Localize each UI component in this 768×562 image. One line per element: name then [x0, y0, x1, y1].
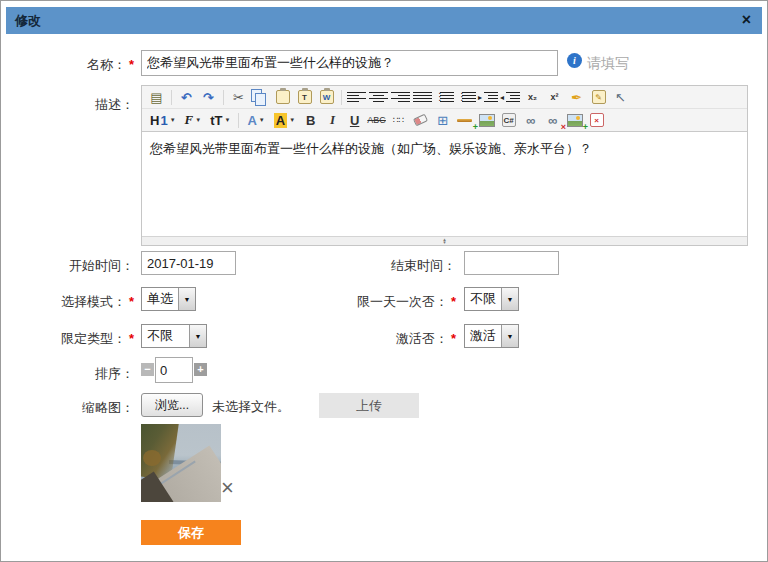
code-snippet-icon[interactable]: C#: [499, 110, 518, 130]
editor-resize-bar[interactable]: [142, 236, 747, 245]
chevron-down-icon: ▼: [195, 117, 201, 123]
name-hint: 请填写: [587, 55, 629, 73]
required-mark: *: [451, 294, 456, 309]
sort-label: 排序：: [1, 365, 134, 383]
outdent-icon[interactable]: [501, 87, 520, 107]
align-justify-icon[interactable]: [413, 87, 432, 107]
chevron-down-icon: [501, 325, 518, 347]
undo-icon[interactable]: ↶: [177, 87, 196, 107]
italic-icon[interactable]: I: [323, 110, 342, 130]
chevron-down-icon: ▼: [289, 117, 295, 123]
underline-icon[interactable]: U: [345, 110, 364, 130]
image-icon[interactable]: [477, 110, 496, 130]
select-mode-value: 单选: [142, 288, 178, 310]
ordered-list-icon[interactable]: [435, 87, 454, 107]
required-mark: *: [129, 294, 134, 309]
limit-once-value: 不限: [465, 288, 501, 310]
sort-input[interactable]: [155, 357, 193, 383]
toolbar-separator: [171, 90, 172, 105]
active-value: 激活: [465, 325, 501, 347]
limit-type-value: 不限: [142, 325, 189, 347]
new-note-icon[interactable]: ✎: [589, 87, 608, 107]
align-left-icon[interactable]: [347, 87, 366, 107]
spacing-icon[interactable]: ∷∷: [389, 110, 408, 130]
link-icon[interactable]: ∞: [521, 110, 540, 130]
close-icon[interactable]: ×: [742, 7, 751, 33]
select-cursor-icon[interactable]: ↖: [611, 87, 630, 107]
toolbar-separator: [341, 90, 342, 105]
limit-once-dropdown[interactable]: 不限: [464, 287, 519, 311]
unordered-list-icon[interactable]: [457, 87, 476, 107]
unlink-icon[interactable]: ∞×: [543, 110, 562, 130]
toolbar-separator: [238, 113, 239, 128]
copy-icon[interactable]: [251, 89, 270, 105]
chevron-down-icon: ▼: [259, 117, 265, 123]
limit-type-dropdown[interactable]: 不限: [141, 324, 207, 348]
description-label: 描述：: [1, 96, 134, 114]
limit-once-label: 限一天一次否：*: [301, 293, 456, 311]
subscript-icon[interactable]: x₂: [523, 87, 542, 107]
required-mark: *: [129, 331, 134, 346]
browse-file-button[interactable]: 浏览...: [141, 393, 203, 417]
paragraph-format-dropdown[interactable]: H1▼: [147, 110, 179, 130]
paste-from-word-icon[interactable]: W: [317, 87, 336, 107]
chevron-down-icon: [501, 288, 518, 310]
editor-toolbar-row1: ▤↶↷✂TWx₂x²✒✎↖: [142, 86, 747, 109]
font-size-dropdown[interactable]: tT▼: [207, 110, 233, 130]
start-time-input[interactable]: [141, 251, 236, 275]
font-family-dropdown[interactable]: F▼: [182, 110, 205, 130]
editor-content[interactable]: 您希望风光带里面布置一些什么样的设施（如广场、娱乐设施、亲水平台）？: [142, 132, 747, 236]
paste-icon[interactable]: [273, 87, 292, 107]
align-center-icon[interactable]: [369, 87, 388, 107]
chevron-down-icon: [189, 325, 206, 347]
toolbar-separator: [223, 90, 224, 105]
thumbnail-image[interactable]: [141, 424, 221, 502]
name-input[interactable]: [141, 50, 558, 76]
required-mark: *: [451, 331, 456, 346]
active-dropdown[interactable]: 激活: [464, 324, 519, 348]
superscript-icon[interactable]: x²: [545, 87, 564, 107]
text-color-dropdown[interactable]: A▼: [244, 110, 267, 130]
dialog-title: 修改: [15, 7, 41, 34]
no-file-selected-text: 未选择文件。: [212, 398, 290, 416]
limit-type-label: 限定类型：*: [1, 330, 134, 348]
cut-icon[interactable]: ✂: [229, 87, 248, 107]
bold-icon[interactable]: B: [301, 110, 320, 130]
info-icon: i: [567, 53, 582, 68]
chevron-down-icon: ▼: [224, 117, 230, 123]
maximize-icon[interactable]: ×: [587, 110, 606, 130]
rich-text-editor: ▤↶↷✂TWx₂x²✒✎↖ H1▼F▼tT▼A▼A▼BIUABC∷∷⊞+C#∞∞…: [141, 85, 748, 246]
clean-format-broom-icon[interactable]: ✒: [567, 87, 586, 107]
upload-button[interactable]: 上传: [319, 393, 419, 418]
name-label: 名称：*: [1, 56, 134, 74]
sort-increment-button[interactable]: +: [194, 363, 207, 376]
thumbnail-autumn-foliage: [143, 450, 161, 466]
select-mode-label: 选择模式：*: [1, 293, 134, 311]
end-time-input[interactable]: [464, 251, 559, 275]
resize-grip-icon: [443, 238, 446, 244]
active-label: 激活否：*: [301, 330, 456, 348]
start-time-label: 开始时间：: [1, 257, 134, 275]
eraser-icon[interactable]: [411, 110, 430, 130]
select-mode-dropdown[interactable]: 单选: [141, 287, 196, 311]
editor-toolbar-row2: H1▼F▼tT▼A▼A▼BIUABC∷∷⊞+C#∞∞×+×: [142, 109, 747, 132]
save-button[interactable]: 保存: [141, 520, 241, 545]
source-icon[interactable]: ▤: [147, 87, 166, 107]
chevron-down-icon: [178, 288, 195, 310]
image-add-icon[interactable]: +: [565, 110, 584, 130]
required-mark: *: [129, 57, 134, 72]
highlight-color-dropdown[interactable]: A▼: [271, 110, 298, 130]
strikethrough-icon[interactable]: ABC: [367, 110, 386, 130]
sort-decrement-button[interactable]: −: [141, 363, 154, 376]
table-icon[interactable]: ⊞: [433, 110, 452, 130]
redo-icon[interactable]: ↷: [199, 87, 218, 107]
align-right-icon[interactable]: [391, 87, 410, 107]
chevron-down-icon: ▼: [170, 117, 176, 123]
indent-icon[interactable]: [479, 87, 498, 107]
insert-hr-icon[interactable]: +: [455, 110, 474, 130]
edit-dialog: 修改 × 名称：* i 请填写 描述： ▤↶↷✂TWx₂x²✒✎↖ H1▼F▼t…: [0, 0, 768, 562]
delete-thumbnail-icon[interactable]: ×: [221, 477, 234, 499]
thumbnail-label: 缩略图：: [1, 399, 134, 417]
paste-as-text-icon[interactable]: T: [295, 87, 314, 107]
end-time-label: 结束时间：: [301, 257, 456, 275]
